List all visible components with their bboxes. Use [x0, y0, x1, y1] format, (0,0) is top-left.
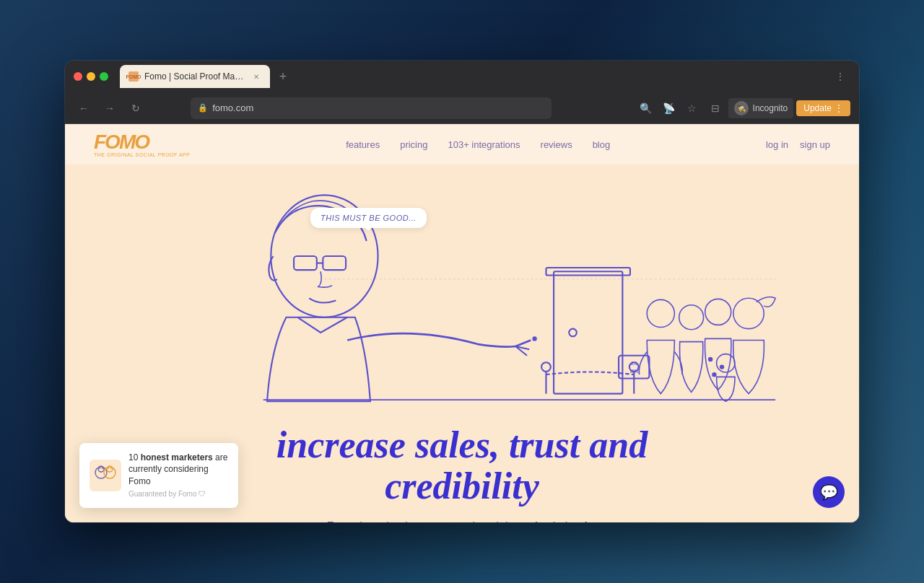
- svg-point-9: [541, 362, 551, 372]
- svg-point-16: [679, 305, 704, 330]
- hero-subtext: Fomo is a simple, automated social proof…: [318, 518, 606, 522]
- url-text: fomo.com: [212, 102, 253, 113]
- svg-point-32: [110, 468, 112, 469]
- popup-main-text: 10 honest marketers are currently consid…: [128, 452, 228, 488]
- reload-button[interactable]: ↻: [126, 98, 146, 118]
- titlebar: FOMO Fomo | Social Proof Marketing ✕ + ⋮: [65, 61, 859, 92]
- tab-favicon: FOMO: [128, 71, 139, 82]
- fomo-logo-text: FOMO: [94, 132, 190, 152]
- incognito-avatar: 🕵: [734, 101, 749, 115]
- website-content: FOMO THE ORIGINAL SOCIAL PROOF APP featu…: [65, 124, 859, 522]
- address-bar: ← → ↻ 🔒 fomo.com 🔍 📡 ☆ ⊟ 🕵 Incognito Upd…: [65, 92, 859, 124]
- speech-bubble: THIS MUST BE GOOD...: [310, 208, 427, 228]
- traffic-lights: [74, 72, 108, 81]
- speech-bubble-text: THIS MUST BE GOOD...: [321, 214, 417, 222]
- nav-blog[interactable]: blog: [593, 139, 611, 150]
- hero-headline-line1: increase sales, trust and: [276, 424, 648, 465]
- fomo-logo-sub: THE ORIGINAL SOCIAL PROOF APP: [94, 152, 190, 157]
- svg-text:MIN: MIN: [629, 369, 638, 374]
- svg-point-21: [733, 298, 764, 328]
- shield-icon: 🛡: [199, 490, 206, 498]
- hero-illustration: THIS MUST BE GOOD...: [65, 165, 859, 424]
- popup-count: 10: [128, 452, 138, 463]
- back-button[interactable]: ←: [74, 98, 94, 118]
- profile-toggle-icon[interactable]: ⊟: [705, 98, 725, 118]
- tab-close-button[interactable]: ✕: [251, 71, 261, 82]
- hero-section: THIS MUST BE GOOD...: [65, 165, 859, 522]
- sign-up-link[interactable]: sign up: [800, 139, 830, 150]
- bookmark-icon[interactable]: ☆: [682, 98, 702, 118]
- update-button[interactable]: Update ⋮: [796, 100, 850, 116]
- popup-avatar: [90, 460, 121, 491]
- svg-point-18: [708, 357, 712, 361]
- url-input[interactable]: 🔒 fomo.com: [191, 97, 552, 119]
- svg-text:20: 20: [631, 360, 637, 367]
- update-menu-icon: ⋮: [834, 103, 843, 113]
- svg-point-22: [717, 354, 735, 372]
- svg-point-29: [99, 468, 100, 469]
- fomo-logo[interactable]: FOMO THE ORIGINAL SOCIAL PROOF APP: [94, 132, 190, 157]
- svg-point-15: [647, 299, 674, 327]
- svg-point-7: [569, 329, 577, 337]
- nav-features[interactable]: features: [346, 139, 380, 150]
- popup-bold: honest marketers: [141, 452, 213, 463]
- search-icon[interactable]: 🔍: [636, 98, 656, 118]
- chat-button[interactable]: 💬: [813, 476, 845, 508]
- incognito-label: Incognito: [753, 103, 788, 113]
- nav-reviews[interactable]: reviews: [541, 139, 572, 150]
- minimize-button[interactable]: [87, 72, 95, 81]
- active-tab[interactable]: FOMO Fomo | Social Proof Marketing ✕: [120, 65, 270, 88]
- update-label: Update: [803, 103, 832, 113]
- cast-icon[interactable]: 📡: [659, 98, 679, 118]
- log-in-link[interactable]: log in: [766, 139, 788, 150]
- fomo-navbar: FOMO THE ORIGINAL SOCIAL PROOF APP featu…: [65, 124, 859, 165]
- nav-pricing[interactable]: pricing: [400, 139, 427, 150]
- fomo-nav-links: features pricing 103+ integrations revie…: [346, 139, 610, 150]
- minimize-window-icon: ⋮: [830, 66, 850, 87]
- hero-text: increase sales, trust and credibility Fo…: [262, 424, 662, 522]
- tab-title: Fomo | Social Proof Marketing: [144, 71, 245, 82]
- incognito-button[interactable]: 🕵 Incognito: [728, 98, 794, 118]
- hero-headline-line2: credibility: [385, 465, 539, 507]
- fomo-nav-actions: log in sign up: [766, 139, 830, 150]
- browser-window: FOMO Fomo | Social Proof Marketing ✕ + ⋮…: [65, 61, 859, 522]
- popup-avatar-illustration: [91, 461, 120, 490]
- titlebar-controls: ⋮: [830, 66, 850, 87]
- nav-integrations[interactable]: 103+ integrations: [448, 139, 520, 150]
- svg-point-20: [712, 372, 716, 377]
- forward-button[interactable]: →: [100, 98, 120, 118]
- svg-point-19: [720, 364, 724, 369]
- svg-rect-1: [294, 256, 317, 270]
- tab-bar: FOMO Fomo | Social Proof Marketing ✕ +: [120, 65, 824, 88]
- hero-svg-illustration: 20 MIN: [65, 165, 859, 424]
- svg-rect-2: [323, 256, 346, 270]
- maximize-button[interactable]: [100, 72, 108, 81]
- svg-point-31: [108, 468, 109, 469]
- popup-footer: Guaranteed by Fomo 🛡: [128, 489, 228, 499]
- svg-point-17: [705, 299, 731, 325]
- svg-rect-5: [554, 271, 622, 393]
- svg-point-4: [532, 336, 536, 341]
- hero-headline: increase sales, trust and credibility: [276, 424, 648, 507]
- svg-point-30: [102, 468, 103, 469]
- address-actions: 🔍 📡 ☆ ⊟ 🕵 Incognito Update ⋮: [636, 98, 850, 118]
- close-button[interactable]: [74, 72, 82, 81]
- new-tab-button[interactable]: +: [273, 66, 293, 87]
- popup-text-content: 10 honest marketers are currently consid…: [128, 452, 228, 499]
- popup-footer-text: Guaranteed by Fomo: [128, 490, 197, 498]
- chat-icon: 💬: [820, 483, 838, 501]
- lock-icon: 🔒: [198, 103, 208, 113]
- social-proof-popup: 10 honest marketers are currently consid…: [79, 443, 238, 508]
